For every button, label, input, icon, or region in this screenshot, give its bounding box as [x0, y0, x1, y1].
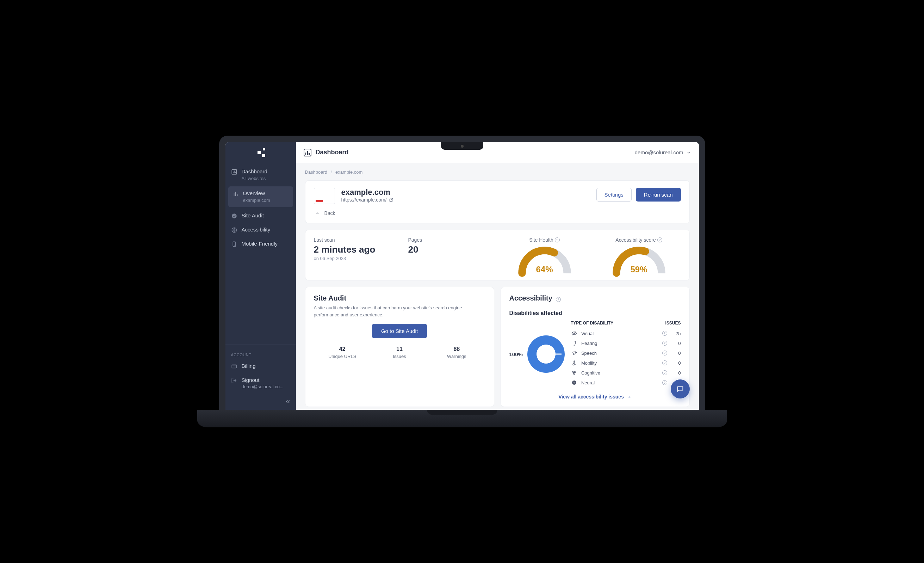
site-health-gauge: 64%: [516, 245, 573, 273]
globe-icon: [231, 227, 237, 233]
topbar: Dashboard demo@solureal.com: [296, 142, 699, 163]
disability-row: ?Neural?0: [571, 378, 681, 387]
divider: [225, 345, 296, 345]
page-title: Dashboard: [304, 149, 349, 156]
disability-row: Speech?0: [571, 348, 681, 358]
nav-sublabel: example.com: [243, 198, 270, 204]
arrow-right-icon: [627, 395, 632, 399]
stat-accessibility-score: Accessibility score? 59%: [597, 237, 681, 273]
nav-label: Billing: [242, 363, 256, 369]
stat-issues: 11Issues: [371, 346, 428, 359]
disabilities-table: TYPE OF DISABILITYISSUES Visual?25Hearin…: [571, 321, 681, 387]
site-thumbnail: [314, 188, 335, 204]
disability-icon: [571, 340, 578, 346]
stats-card: Last scan 2 minutes ago on 06 Sep 2023 P…: [305, 230, 690, 281]
help-icon[interactable]: ?: [657, 237, 662, 242]
card-icon: [231, 363, 237, 369]
dashboard-icon: [304, 149, 311, 156]
chevron-down-icon: [686, 150, 691, 155]
disability-row: Mobility?0: [571, 358, 681, 368]
nav-label: Dashboard: [242, 168, 267, 175]
signout-icon: [231, 377, 237, 384]
help-icon[interactable]: ?: [661, 370, 668, 375]
chevron-double-left-icon: [285, 398, 291, 405]
disabilities-donut: 100%: [509, 333, 567, 375]
stat-site-health: Site Health? 64%: [502, 237, 586, 273]
logo: [225, 142, 296, 163]
nav-label: Overview: [243, 190, 270, 197]
accessibility-gauge: 59%: [611, 245, 667, 273]
sidebar: Dashboard All websites Overview example.…: [225, 142, 296, 410]
site-url[interactable]: https://example.com/: [341, 197, 393, 203]
stat-unique-urls: 42Unique URLS: [314, 346, 371, 359]
arrow-left-icon: [315, 211, 321, 215]
site-info: example.com https://example.com/: [341, 188, 393, 203]
site-audit-card: Site Audit A site audit checks for issue…: [305, 287, 494, 407]
disability-row: Visual?25: [571, 328, 681, 338]
chat-fab[interactable]: [671, 380, 690, 398]
chart-icon: [232, 191, 239, 197]
sidebar-item-mobile[interactable]: Mobile-Friendly: [225, 237, 296, 251]
disability-icon: [571, 370, 578, 375]
back-link[interactable]: Back: [315, 210, 681, 216]
help-icon[interactable]: ?: [661, 331, 668, 336]
settings-button[interactable]: Settings: [596, 188, 632, 201]
collapse-sidebar-button[interactable]: [225, 393, 296, 410]
svg-rect-4: [232, 365, 237, 368]
view-all-accessibility-link[interactable]: View all accessibility issues: [509, 394, 681, 399]
nav-label: Accessibility: [242, 226, 270, 233]
main: Dashboard demo@solureal.com Dashboard / …: [296, 142, 699, 410]
stat-pages: Pages 20: [408, 237, 492, 273]
sidebar-item-billing[interactable]: Billing: [225, 359, 296, 373]
stat-last-scan: Last scan 2 minutes ago on 06 Sep 2023: [314, 237, 398, 273]
site-name: example.com: [341, 188, 393, 197]
nav-sublabel: All websites: [242, 176, 267, 182]
svg-text:?: ?: [573, 381, 575, 384]
sidebar-item-accessibility[interactable]: Accessibility: [225, 223, 296, 237]
breadcrumb: Dashboard / example.com: [305, 170, 690, 175]
disability-icon: [571, 330, 578, 336]
disability-row: Hearing?0: [571, 338, 681, 348]
nav-label: Mobile-Friendly: [242, 240, 278, 247]
svg-point-1: [232, 213, 237, 218]
nav-label: Signout: [242, 377, 284, 384]
nav-sublabel: demo@solureal.co...: [242, 384, 284, 390]
nav-label: Site Audit: [242, 212, 264, 219]
breadcrumb-current: example.com: [335, 170, 363, 175]
help-icon[interactable]: ?: [661, 351, 668, 356]
sidebar-item-signout[interactable]: Signout demo@solureal.co...: [225, 373, 296, 393]
disability-icon: [571, 360, 578, 366]
svg-point-11: [574, 361, 575, 362]
breadcrumb-root[interactable]: Dashboard: [305, 170, 328, 175]
content: Dashboard / example.com example.com http…: [296, 163, 699, 410]
dashboard-icon: [231, 169, 237, 175]
accessibility-card: Accessibility ? Disabilities affected 10…: [501, 287, 690, 407]
go-to-site-audit-button[interactable]: Go to Site Audit: [372, 324, 427, 338]
site-header-card: example.com https://example.com/ Setting…: [305, 180, 690, 224]
mobile-icon: [231, 241, 237, 247]
external-link-icon: [389, 198, 393, 202]
check-circle-icon: [231, 213, 237, 219]
help-icon[interactable]: ?: [555, 237, 560, 242]
stat-warnings: 88Warnings: [428, 346, 485, 359]
user-email: demo@solureal.com: [635, 149, 683, 155]
svg-point-14: [573, 373, 575, 374]
disability-icon: [571, 350, 578, 356]
rerun-scan-button[interactable]: Re-run scan: [636, 188, 681, 201]
sidebar-item-site-audit[interactable]: Site Audit: [225, 209, 296, 223]
sidebar-item-dashboard[interactable]: Dashboard All websites: [225, 165, 296, 185]
disability-row: Cognitive?0: [571, 368, 681, 378]
help-icon[interactable]: ?: [661, 380, 668, 385]
nav: Dashboard All websites Overview example.…: [225, 163, 296, 342]
sidebar-item-overview[interactable]: Overview example.com: [228, 186, 293, 207]
logo-icon: [256, 148, 265, 157]
user-menu[interactable]: demo@solureal.com: [635, 149, 691, 155]
account-section-label: ACCOUNT: [225, 348, 296, 359]
help-icon[interactable]: ?: [661, 360, 668, 365]
chat-icon: [676, 385, 684, 393]
disability-icon: ?: [571, 380, 578, 386]
help-icon[interactable]: ?: [661, 341, 668, 345]
